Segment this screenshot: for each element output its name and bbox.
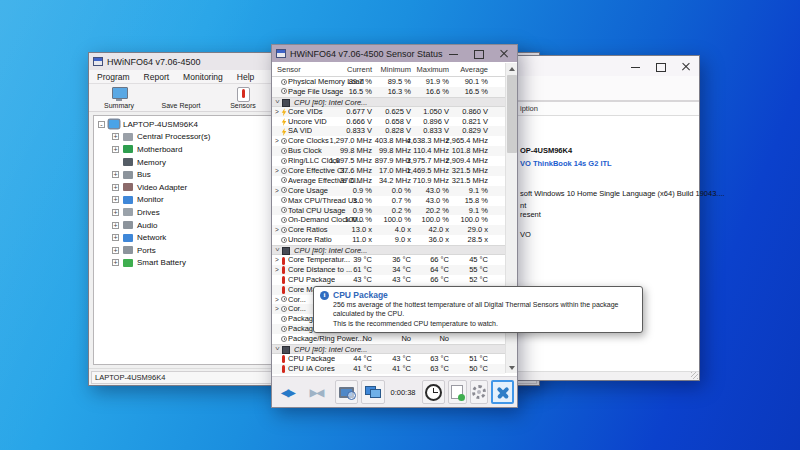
sensor-row-uncore-vid[interactable]: Uncore VID0.666 V0.658 V0.896 V0.821 V [272,117,505,127]
minimize-icon[interactable] [630,61,641,72]
clock-button[interactable] [422,380,445,404]
expand-icon[interactable]: + [112,259,119,266]
collapse-icon[interactable]: - [98,121,105,128]
expand-icon[interactable]: + [112,196,119,203]
sensor-value: No [362,334,372,344]
sensor-table-header[interactable]: Sensor Current Minimum Maximum Average [272,63,505,77]
blue-x-icon [496,385,510,399]
col-current[interactable]: Current [347,65,372,74]
summary-titlebar[interactable] [517,56,699,76]
close-icon[interactable] [498,48,509,59]
expand-icon[interactable]: + [112,133,119,140]
sensor-row-uncore-ratio[interactable]: Uncore Ratio11.0 x9.0 x36.0 x28.5 x [272,235,505,245]
sensor-section-row[interactable]: >CPU [#0]: Intel Core... [272,97,505,107]
sensor-row-average-effective-cl[interactable]: Average Effective Cl...37.6 MHz34.2 MHz7… [272,176,505,186]
network-icon [123,234,133,242]
chevron-right-icon[interactable]: > [275,225,279,235]
sensor-row-cpu-package[interactable]: CPU Package44 °C43 °C63 °C51 °C [272,354,505,364]
chevron-down-icon[interactable]: > [273,347,283,354]
summary-row: soft Windows 10 Home Single Language (x6… [520,189,725,198]
sensor-value: 99.8 MHz [379,146,411,156]
menu-item-program[interactable]: Program [97,72,130,82]
resize-grip[interactable] [691,372,698,379]
monitor-search-button[interactable] [335,380,358,404]
expand-icon[interactable]: + [112,146,119,153]
sensor-value: No [401,334,411,344]
chevron-right-icon[interactable]: > [275,186,279,196]
sensor-row-core-distance-to[interactable]: >Core Distance to ...61 °C34 °C64 °C55 °… [272,265,505,275]
summary-toolbar [517,76,699,102]
sensor-row-cpu-ia-cores[interactable]: CPU IA Cores41 °C41 °C63 °C50 °C [272,364,505,374]
sensor-row-core-ratios[interactable]: >Core Ratios13.0 x4.0 x42.0 x29.0 x [272,225,505,235]
sensor-value: 13.0 x [352,225,372,235]
sensor-row-core-vids[interactable]: >Core VIDs0.677 V0.625 V1.050 V0.860 V [272,107,505,117]
maximize-icon[interactable] [655,61,666,72]
chevron-right-icon[interactable]: > [275,255,279,265]
sensors-button[interactable]: Sensors [217,84,269,111]
clock-icon [281,197,287,203]
menu-item-report[interactable]: Report [144,72,170,82]
thermo-icon [282,276,285,284]
chevron-right-icon[interactable]: > [275,136,279,146]
maximize-icon[interactable] [473,48,484,59]
sensor-value: 321.5 MHz [452,176,488,186]
close-sensors-button[interactable] [491,380,514,404]
scroll-up-icon[interactable] [506,63,518,74]
reorder-right-left-button[interactable]: ▶◀ [304,380,330,404]
col-sensor[interactable]: Sensor [277,65,301,74]
expand-icon[interactable]: + [112,222,119,229]
chevron-down-icon[interactable]: > [273,248,283,255]
menu-item-help[interactable]: Help [237,72,254,82]
logging-button[interactable] [448,380,467,404]
scroll-down-icon[interactable] [506,362,518,373]
sensor-row-core-temperatur[interactable]: >Core Temperatur...39 °C36 °C66 °C45 °C [272,255,505,265]
description-column-header[interactable]: iption [517,102,699,116]
expand-icon[interactable]: + [112,234,119,241]
settings-button[interactable] [470,380,489,404]
sensor-section-row[interactable]: >CPU [#0]: Intel Core... [272,245,505,255]
chevron-right-icon[interactable]: > [275,295,279,305]
sensor-row-cpu-package[interactable]: CPU Package43 °C43 °C66 °C52 °C [272,275,505,285]
summary-button[interactable]: Summary [93,84,145,111]
expand-icon[interactable]: + [112,184,119,191]
reorder-left-right-button[interactable]: ◀▶ [275,380,301,404]
save-report-button[interactable]: Save Report [155,84,207,111]
col-minimum[interactable]: Minimum [381,65,411,74]
sensor-row-sa-vid[interactable]: SA VID0.833 V0.828 V0.833 V0.829 V [272,126,505,136]
chevron-right-icon[interactable]: > [275,304,279,314]
sensor-value: 29.0 x [468,225,488,235]
chevron-right-icon[interactable]: > [275,265,279,275]
sensor-row-max-cpu-thread-us[interactable]: Max CPU/Thread Us...3.0 %0.7 %43.0 %15.8… [272,196,505,206]
uptime-timer: 0:00:38 [388,388,419,397]
menu-item-monitoring[interactable]: Monitoring [183,72,223,82]
sensor-section-row[interactable]: >CPU [#0]: Intel Core... [272,344,505,354]
sensor-row-on-demand-clock-m[interactable]: On-Demand Clock M...100.0 %100.0 %100.0 … [272,215,505,225]
col-average[interactable]: Average [460,65,488,74]
sensor-value: 1,097.5 MHz [329,156,372,166]
col-maximum[interactable]: Maximum [416,65,449,74]
sensor-row-package-ring-power[interactable]: Package/Ring Power...NoNoNo [272,334,505,344]
sensor-row-core-clocks[interactable]: >Core Clocks1,297.0 MHz403.8 MHz4,638.3 … [272,136,505,146]
sensor-row-core-usage[interactable]: >Core Usage0.9 %0.0 %43.0 %9.1 % [272,186,505,196]
sensor-row-page-file-usage[interactable]: Page File Usage16.5 %16.3 %16.6 %16.5 % [272,87,505,97]
scrollbar-thumb[interactable] [507,75,517,153]
sensor-row-ring-llc-clock[interactable]: Ring/LLC Clock1,097.5 MHz897.9 MHz3,975.… [272,156,505,166]
chevron-right-icon[interactable]: > [275,107,279,117]
sensor-row-bus-clock[interactable]: Bus Clock99.8 MHz99.8 MHz110.4 MHz101.8 … [272,146,505,156]
summary-row: VO [520,230,531,239]
minimize-icon[interactable] [448,48,459,59]
sensor-row-total-cpu-usage[interactable]: Total CPU Usage0.9 %0.2 %20.2 %9.1 % [272,206,505,216]
sensor-window-title: HWiNFO64 v7.06-4500 Sensor Status [290,49,443,59]
sensor-row-core-effective-cl[interactable]: >Core Effective Cl...37.6 MHz17.0 MHz1,4… [272,166,505,176]
remote-monitoring-button[interactable] [361,380,384,404]
chevron-right-icon[interactable]: > [275,166,279,176]
close-icon[interactable] [680,61,691,72]
sensor-titlebar[interactable]: HWiNFO64 v7.06-4500 Sensor Status [272,45,517,62]
expand-icon[interactable]: + [112,171,119,178]
sensor-row-physical-memory-load[interactable]: Physical Memory Load89.7 %89.5 %91.9 %90… [272,77,505,87]
expand-icon[interactable]: + [112,247,119,254]
video-adapter-icon [123,183,133,191]
tree-item-label: Video Adapter [137,183,187,192]
expand-icon[interactable]: + [112,209,119,216]
chevron-down-icon[interactable]: > [273,99,283,106]
